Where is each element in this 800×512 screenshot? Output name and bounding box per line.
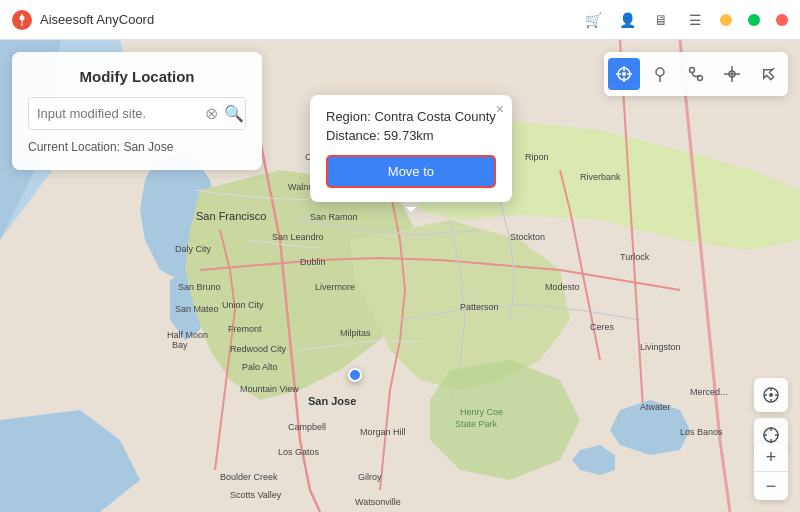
current-location-text: Current Location: San Jose <box>28 140 246 154</box>
popup-region: Region: Contra Costa County <box>326 109 496 124</box>
svg-text:Bay: Bay <box>172 340 188 350</box>
search-box[interactable]: ⊗ 🔍 <box>28 97 246 130</box>
svg-text:San Mateo: San Mateo <box>175 304 219 314</box>
svg-text:San Bruno: San Bruno <box>178 282 221 292</box>
app-logo <box>12 10 32 30</box>
close-button[interactable] <box>776 14 788 26</box>
svg-point-51 <box>656 68 664 76</box>
popup-close-icon[interactable]: × <box>496 101 504 117</box>
zoom-in-btn[interactable]: + <box>754 444 788 472</box>
bottom-right-controls <box>754 378 788 452</box>
svg-text:Los Banos: Los Banos <box>680 427 723 437</box>
svg-text:Merced...: Merced... <box>690 387 728 397</box>
svg-text:Boulder Creek: Boulder Creek <box>220 472 278 482</box>
search-location-btn[interactable] <box>754 378 788 412</box>
svg-text:Scotts Valley: Scotts Valley <box>230 490 282 500</box>
location-pin <box>348 368 362 382</box>
toolbar-route-btn[interactable] <box>680 58 712 90</box>
svg-text:State Park: State Park <box>455 419 498 429</box>
toolbar-pin-btn[interactable] <box>644 58 676 90</box>
toolbar-export-btn[interactable] <box>752 58 784 90</box>
toolbar-locate-btn[interactable] <box>608 58 640 90</box>
svg-point-46 <box>622 72 626 76</box>
right-toolbar <box>604 52 788 96</box>
svg-point-63 <box>769 393 773 397</box>
search-input[interactable] <box>37 106 205 121</box>
maximize-button[interactable] <box>748 14 760 26</box>
svg-text:Henry Coe: Henry Coe <box>460 407 503 417</box>
svg-text:Ceres: Ceres <box>590 322 615 332</box>
main-content: San Francisco Daly City San Bruno San Ma… <box>0 40 800 512</box>
zoom-out-btn[interactable]: − <box>754 472 788 500</box>
modify-location-panel: Modify Location ⊗ 🔍 Current Location: Sa… <box>12 52 262 170</box>
svg-text:Modesto: Modesto <box>545 282 580 292</box>
svg-text:San Ramon: San Ramon <box>310 212 358 222</box>
svg-point-53 <box>690 68 695 73</box>
user-icon[interactable]: 👤 <box>618 11 636 29</box>
clear-icon[interactable]: ⊗ <box>205 104 218 123</box>
svg-text:Daly City: Daly City <box>175 244 212 254</box>
toolbar-crosshair-btn[interactable] <box>716 58 748 90</box>
search-icon[interactable]: 🔍 <box>224 104 244 123</box>
titlebar: Aiseesoft AnyCoord 🛒 👤 🖥 ☰ <box>0 0 800 40</box>
svg-text:Turlock: Turlock <box>620 252 650 262</box>
svg-text:Dublin: Dublin <box>300 257 326 267</box>
svg-text:Union City: Union City <box>222 300 264 310</box>
svg-text:Palo Alto: Palo Alto <box>242 362 278 372</box>
svg-text:Campbell: Campbell <box>288 422 326 432</box>
svg-text:Gilroy: Gilroy <box>358 472 382 482</box>
svg-text:Watsonville: Watsonville <box>355 497 401 507</box>
svg-text:Ripon: Ripon <box>525 152 549 162</box>
svg-text:Livingston: Livingston <box>640 342 681 352</box>
distance-value: 59.73km <box>384 128 434 143</box>
window-controls: 🛒 👤 🖥 ☰ <box>584 11 788 29</box>
svg-text:Atwater: Atwater <box>640 402 671 412</box>
svg-text:Half Moon: Half Moon <box>167 330 208 340</box>
cart-icon[interactable]: 🛒 <box>584 11 602 29</box>
svg-text:Redwood City: Redwood City <box>230 344 287 354</box>
svg-text:Livermore: Livermore <box>315 282 355 292</box>
svg-text:Fremont: Fremont <box>228 324 262 334</box>
svg-text:San Jose: San Jose <box>308 395 356 407</box>
location-popup: × Region: Contra Costa County Distance: … <box>310 95 512 202</box>
panel-title: Modify Location <box>28 68 246 85</box>
svg-text:Morgan Hill: Morgan Hill <box>360 427 406 437</box>
svg-text:Riverbank: Riverbank <box>580 172 621 182</box>
app-title: Aiseesoft AnyCoord <box>40 12 584 27</box>
svg-text:Stockton: Stockton <box>510 232 545 242</box>
region-value: Contra Costa County <box>374 109 495 124</box>
svg-text:San Francisco: San Francisco <box>196 210 266 222</box>
zoom-controls: + − <box>754 444 788 500</box>
menu-icon[interactable]: ☰ <box>686 11 704 29</box>
svg-text:Patterson: Patterson <box>460 302 499 312</box>
popup-distance: Distance: 59.73km <box>326 128 496 143</box>
monitor-icon[interactable]: 🖥 <box>652 11 670 29</box>
distance-label: Distance: <box>326 128 380 143</box>
svg-text:Milpitas: Milpitas <box>340 328 371 338</box>
move-to-button[interactable]: Move to <box>326 155 496 188</box>
svg-text:San Leandro: San Leandro <box>272 232 324 242</box>
svg-text:Mountain View: Mountain View <box>240 384 299 394</box>
minimize-button[interactable] <box>720 14 732 26</box>
svg-text:Los Gatos: Los Gatos <box>278 447 320 457</box>
region-label: Region: <box>326 109 371 124</box>
